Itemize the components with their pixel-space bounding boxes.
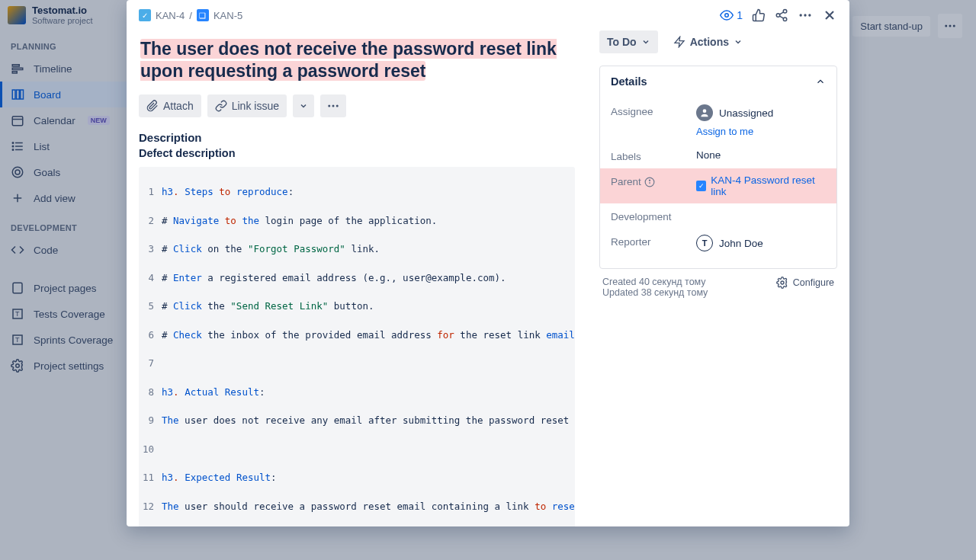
svg-point-45 <box>328 104 330 107</box>
code-block[interactable]: 1h3. Steps to reproduce: 2# Navigate to … <box>139 167 575 527</box>
share-button[interactable] <box>775 8 788 22</box>
svg-point-47 <box>336 104 339 107</box>
reporter-row[interactable]: Reporter T John Doe <box>611 229 826 258</box>
issue-type-icon: ❑ <box>197 9 209 21</box>
chevron-down-icon <box>641 37 650 46</box>
svg-line-38 <box>779 16 783 18</box>
svg-point-36 <box>776 14 780 18</box>
dots-icon <box>326 99 340 113</box>
svg-point-52 <box>649 180 650 181</box>
svg-point-49 <box>703 109 707 113</box>
breadcrumb-parent[interactable]: KAN-4 <box>156 10 185 21</box>
attach-icon <box>146 100 159 112</box>
watch-button[interactable]: 1 <box>720 8 743 22</box>
unassigned-icon <box>696 104 713 121</box>
breadcrumb: ✓ KAN-4 / ❑ KAN-5 <box>139 9 714 21</box>
like-button[interactable] <box>752 8 766 22</box>
link-issue-button[interactable]: Link issue <box>207 94 287 117</box>
configure-button[interactable]: Configure <box>776 277 834 289</box>
details-column: To Do Actions Details <box>593 30 849 526</box>
assign-to-me[interactable]: Assign to me <box>696 126 826 137</box>
svg-line-39 <box>779 12 783 14</box>
parent-type-icon: ✓ <box>696 181 706 191</box>
parent-link[interactable]: KAN-4 Password reset link <box>711 174 826 197</box>
actions-dropdown[interactable]: Actions <box>666 30 750 53</box>
reporter-avatar: T <box>696 235 713 251</box>
created-ts: Created 40 секунд тому <box>602 277 708 287</box>
more-button[interactable] <box>798 8 813 23</box>
svg-point-40 <box>800 14 802 16</box>
close-button[interactable] <box>822 8 837 23</box>
defect-heading: Defect description <box>139 147 575 159</box>
parent-row[interactable]: Parent ✓ KAN-4 Password reset link <box>600 168 836 203</box>
svg-point-37 <box>783 18 787 21</box>
svg-point-35 <box>783 10 787 14</box>
details-panel: Details Assignee Unassigned Assign to me <box>599 66 837 269</box>
parent-type-icon: ✓ <box>139 9 151 21</box>
labels-row[interactable]: Labels None <box>611 143 826 168</box>
updated-ts: Updated 38 секунд тому <box>602 287 708 298</box>
issue-content: The user does not receive the password r… <box>127 30 593 526</box>
breadcrumb-current[interactable]: KAN-5 <box>214 10 242 21</box>
status-dropdown[interactable]: To Do <box>599 30 658 53</box>
issue-modal: ✓ KAN-4 / ❑ KAN-5 1 The user does not r <box>127 0 849 526</box>
issue-title[interactable]: The user does not receive the password r… <box>139 30 575 90</box>
description-heading: Description <box>139 131 575 144</box>
svg-point-53 <box>781 281 784 284</box>
svg-marker-48 <box>675 37 684 46</box>
assignee-row[interactable]: Assignee Unassigned Assign to me <box>611 98 826 143</box>
attach-button[interactable]: Attach <box>139 94 201 117</box>
eye-icon <box>720 8 734 22</box>
link-icon <box>215 100 227 112</box>
modal-header: ✓ KAN-4 / ❑ KAN-5 1 <box>127 0 849 30</box>
more-actions-button[interactable] <box>320 94 346 117</box>
development-row[interactable]: Development <box>611 203 826 229</box>
svg-point-46 <box>332 104 334 107</box>
details-toggle[interactable]: Details <box>600 66 836 97</box>
gear-icon <box>776 277 788 289</box>
chevron-up-icon <box>815 76 826 87</box>
meta-footer: Created 40 секунд тому Updated 38 секунд… <box>599 269 837 306</box>
chevron-down-icon <box>734 37 743 46</box>
info-icon <box>644 177 655 187</box>
svg-point-42 <box>808 14 811 16</box>
bolt-icon <box>673 36 685 48</box>
link-issue-dropdown[interactable] <box>293 94 314 117</box>
svg-point-34 <box>725 14 729 18</box>
svg-point-41 <box>804 14 806 16</box>
chevron-down-icon <box>299 101 308 110</box>
